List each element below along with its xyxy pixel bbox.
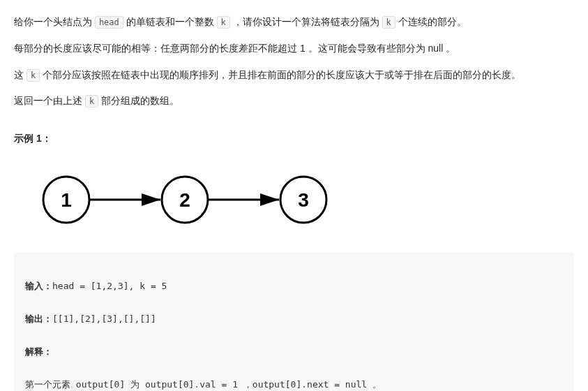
code-k: k bbox=[27, 69, 40, 82]
problem-paragraph-4: 返回一个由上述 k 部分组成的数组。 bbox=[14, 93, 574, 110]
explain-line-1: 第一个元素 output[0] 为 output[0].val = 1 ，out… bbox=[25, 376, 563, 391]
code-head: head bbox=[95, 16, 123, 29]
problem-paragraph-2: 每部分的长度应该尽可能的相等：任意两部分的长度差距不能超过 1 。这可能会导致有… bbox=[14, 40, 574, 57]
code-k: k bbox=[382, 16, 395, 29]
text: ，请你设计一个算法将链表分隔为 bbox=[230, 16, 382, 27]
code-k: k bbox=[85, 95, 98, 108]
node-1-label: 1 bbox=[61, 189, 72, 211]
linked-list-diagram: 1 2 3 bbox=[28, 168, 574, 231]
node-3-label: 3 bbox=[298, 189, 309, 211]
text: 返回一个由上述 bbox=[14, 95, 85, 106]
output-value: [[1],[2],[3],[],[]] bbox=[52, 313, 156, 324]
text: 给你一个头结点为 bbox=[14, 16, 95, 27]
input-value: head = [1,2,3], k = 5 bbox=[52, 281, 167, 291]
text: 个连续的部分。 bbox=[395, 16, 467, 27]
node-2-label: 2 bbox=[179, 189, 190, 211]
explain-label: 解释： bbox=[25, 346, 52, 357]
problem-paragraph-1: 给你一个头结点为 head 的单链表和一个整数 k ，请你设计一个算法将链表分隔… bbox=[14, 14, 574, 31]
text: 部分组成的数组。 bbox=[98, 95, 179, 106]
example-code-block: 输入：head = [1,2,3], k = 5 输出：[[1],[2],[3]… bbox=[14, 252, 574, 391]
text: 这 bbox=[14, 69, 27, 80]
text: 个部分应该按照在链表中出现的顺序排列，并且排在前面的部分的长度应该大于或等于排在… bbox=[40, 69, 521, 80]
problem-paragraph-3: 这 k 个部分应该按照在链表中出现的顺序排列，并且排在前面的部分的长度应该大于或… bbox=[14, 67, 574, 84]
input-label: 输入： bbox=[25, 281, 52, 291]
example-title: 示例 1： bbox=[14, 131, 574, 147]
output-label: 输出： bbox=[25, 313, 52, 324]
text: 的单链表和一个整数 bbox=[123, 16, 217, 27]
code-k: k bbox=[217, 16, 230, 29]
